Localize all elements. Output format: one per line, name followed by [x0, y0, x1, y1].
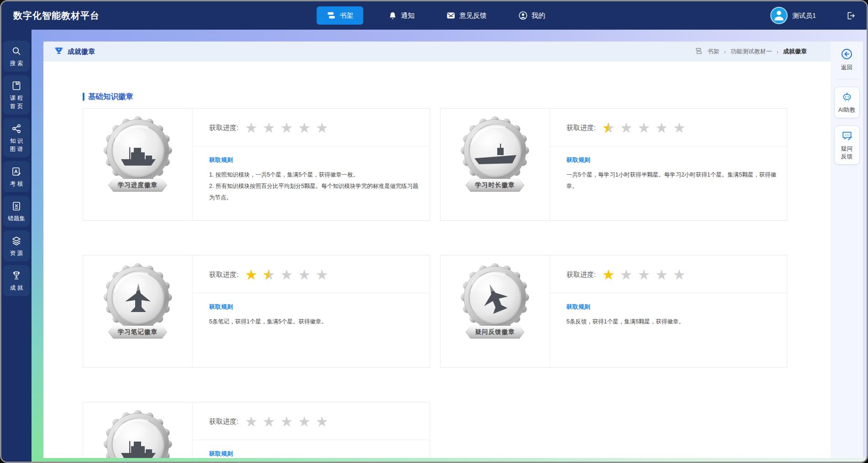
robot-icon	[841, 91, 853, 104]
user-icon	[518, 10, 528, 21]
badge-progress-block: 获取进度:★★★★★	[550, 255, 787, 293]
star-rating: ★★★★★	[602, 268, 691, 282]
breadcrumb-bookshelf[interactable]: 书架	[707, 47, 719, 56]
badge-card: 学习进度徽章获取进度:★★★★★获取规则1. 按照知识模块，一共5个星，集满5个…	[83, 108, 430, 221]
badge-medallion-image	[461, 116, 529, 185]
star-empty-icon: ★	[655, 121, 668, 135]
badge-name-label: 学习时长徽章	[466, 179, 524, 191]
rules-title: 获取规则	[209, 303, 421, 311]
section-title: 基础知识徽章	[83, 92, 787, 102]
sidebar-item-label: 知 识图 谱	[10, 137, 23, 153]
breadcrumb-textbook[interactable]: 功能测试教材一	[731, 47, 772, 56]
rules-title: 获取规则	[567, 303, 779, 311]
nav-item-notice[interactable]: 通知	[381, 7, 421, 25]
star-empty-icon: ★	[316, 268, 328, 282]
star-empty-icon: ★	[316, 415, 328, 429]
nav-item-mine[interactable]: 我的	[511, 6, 552, 25]
badge-name-label: 学习笔记徽章	[109, 326, 167, 338]
rule-text: 2. 所有知识模块按照百分比平均划分5颗星。每个知识模块学完的标准是做完练习题为…	[209, 181, 421, 203]
badge-rules-block: 获取规则一共5个星，每学习1小时获得半颗星。每学习2小时获得1个星。集满5颗星，…	[550, 146, 787, 199]
avatar[interactable]	[770, 7, 788, 24]
logout-icon[interactable]	[846, 11, 856, 21]
nav-item-bookshelf[interactable]: 书架	[316, 6, 363, 25]
progress-label: 获取进度:	[209, 124, 238, 132]
sidebar-item-label: 错题集	[8, 214, 25, 223]
chat-feedback-icon	[841, 130, 853, 143]
rule-text: 5条反馈，获得1个星，集满5颗星，获得徽章。	[567, 316, 779, 328]
star-empty-icon: ★	[263, 121, 275, 135]
badge-name-label: 学习进度徽章	[109, 179, 167, 191]
sidebar-item-label: 资 源	[10, 249, 23, 257]
user-area: 测试员1	[770, 1, 856, 30]
mail-icon	[446, 10, 456, 21]
progress-label: 获取进度:	[567, 271, 596, 279]
question-feedback-button[interactable]: 疑问反馈	[834, 125, 860, 165]
nav-item-feedback[interactable]: 意见反馈	[439, 6, 493, 25]
sidebar-item-label: 搜 索	[10, 59, 23, 68]
badge-card-right: 获取进度:★★★★★获取规则5条反馈，获得1个星，集满5颗星，获得徽章。	[550, 255, 787, 367]
rule-text: 1. 按照知识模块，一共5个星，集满5个星，获得徽章一枚。	[209, 169, 421, 181]
rule-text: 5条笔记，获得1个星，集满5个星。获得徽章。	[209, 316, 421, 328]
bookshelf-small-icon	[694, 47, 703, 57]
panel-body: 基础知识徽章 学习进度徽章获取进度:★★★★★获取规则1. 按照知识模块，一共5…	[43, 62, 831, 458]
sidebar-item-assessment[interactable]: 考 核	[3, 161, 30, 192]
badge-medallion-image	[104, 263, 172, 332]
trophy-badge-icon	[54, 46, 63, 57]
badge-card-right: 获取进度:★★★★★获取规则1. 按照知识模块，一共5个星，集满5个星，获得徽章…	[193, 109, 430, 220]
wrong-book-icon	[11, 201, 22, 212]
breadcrumb-current: 成就徽章	[783, 47, 807, 56]
star-filled-icon: ★	[245, 268, 258, 282]
main-panel: 成就徽章 书架 › 功能测试教材一 › 成就徽章 基础知识徽章	[43, 42, 831, 458]
sidebar-item-course-home[interactable]: 课 程首 页	[3, 75, 30, 114]
badge-medallion-image	[104, 410, 172, 458]
star-empty-icon: ★	[673, 121, 686, 135]
badge-card: 学习时长徽章获取进度:★★★★★★获取规则一共5个星，每学习1小时获得半颗星。每…	[440, 108, 788, 221]
badge-name-pill: 学习时长徽章	[466, 179, 525, 192]
sidebar-item-search[interactable]: 搜 索	[3, 41, 30, 72]
star-empty-icon: ★	[673, 268, 686, 282]
star-rating: ★★★★★	[245, 415, 333, 429]
star-empty-icon: ★	[655, 268, 668, 282]
star-rating: ★★★★★★	[245, 268, 333, 282]
star-empty-icon: ★	[280, 121, 293, 135]
badge-name-label: 疑问反馈徽章	[466, 326, 524, 338]
star-rating: ★★★★★	[245, 121, 333, 135]
sidebar-item-knowledge-graph[interactable]: 知 识图 谱	[3, 118, 30, 157]
course-book-icon	[11, 80, 22, 91]
badge-card-left: 学习时长徽章	[441, 109, 550, 220]
badge-card-right: 获取进度:★★★★★获取规则	[193, 402, 430, 458]
badge-progress-block: 获取进度:★★★★★	[193, 402, 430, 440]
badge-name-pill: 学习笔记徽章	[108, 326, 167, 338]
section-title-bar	[83, 93, 84, 101]
rules-title: 获取规则	[209, 156, 421, 164]
sidebar-item-achievement[interactable]: 成 就	[3, 265, 30, 296]
sidebar-item-wrong-questions[interactable]: 错题集	[3, 196, 30, 227]
badge-name-pill: 疑问反馈徽章	[466, 326, 525, 338]
badge-medallion-image	[104, 116, 172, 185]
badge-card-right: 获取进度:★★★★★★获取规则5条笔记，获得1个星，集满5个星。获得徽章。	[193, 255, 430, 367]
badge-progress-block: 获取进度:★★★★★	[193, 109, 430, 146]
sidebar-item-resources[interactable]: 资 源	[3, 230, 30, 261]
nav-item-label: 书架	[340, 11, 353, 20]
nav-item-label: 通知	[401, 11, 415, 20]
breadcrumb-separator: ›	[724, 48, 726, 55]
star-rating: ★★★★★★	[602, 121, 691, 135]
star-empty-icon: ★	[245, 121, 258, 135]
user-name: 测试员1	[792, 11, 816, 20]
badge-card-left: 学习笔记徽章	[83, 255, 193, 367]
star-filled-icon: ★	[602, 268, 615, 282]
star-empty-icon: ★	[620, 268, 632, 282]
badge-card: 学习笔记徽章获取进度:★★★★★★获取规则5条笔记，获得1个星，集满5个星。获得…	[83, 255, 430, 368]
gradient-band-bottom	[32, 458, 867, 462]
star-empty-icon: ★	[298, 121, 311, 135]
star-empty-icon: ★	[245, 415, 258, 429]
nav-item-label: 意见反馈	[459, 11, 487, 20]
gradient-band-top	[32, 30, 867, 42]
knowledge-graph-icon	[11, 123, 22, 134]
star-empty-icon: ★	[637, 268, 650, 282]
back-button[interactable]: 返回	[834, 48, 860, 79]
rules-title: 获取规则	[567, 156, 779, 164]
rules-title: 获取规则	[209, 450, 421, 458]
avatar-user-icon	[771, 7, 787, 24]
ai-assistant-button[interactable]: AI助教	[834, 87, 860, 118]
